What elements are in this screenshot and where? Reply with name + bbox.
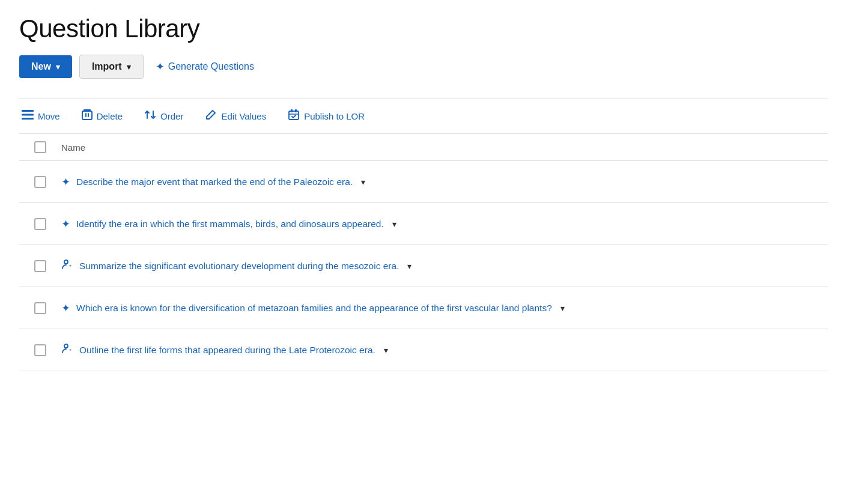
svg-point-12 — [64, 344, 68, 348]
action-toolbar: Move Delete Order — [19, 99, 828, 134]
question-text-label: Outline the first life forms that appear… — [79, 345, 375, 356]
sparkle-icon: ✦ — [61, 302, 70, 315]
svg-rect-0 — [22, 110, 34, 112]
row-checkbox[interactable] — [34, 260, 46, 272]
svg-rect-3 — [82, 111, 92, 120]
page-title: Question Library — [19, 14, 828, 43]
generate-button-label: Generate Questions — [168, 61, 254, 72]
table-row: Summarize the significant evolutionary d… — [19, 245, 828, 287]
order-button[interactable]: Order — [142, 108, 186, 125]
move-icon — [22, 109, 34, 123]
table-row: ✦ Which era is known for the diversifica… — [19, 287, 828, 329]
row-checkbox-col — [19, 218, 61, 230]
row-checkbox-col — [19, 344, 61, 356]
generate-questions-button[interactable]: ✦ Generate Questions — [151, 54, 259, 79]
question-item[interactable]: ✦ Which era is known for the diversifica… — [61, 302, 828, 315]
row-checkbox-col — [19, 302, 61, 314]
svg-rect-5 — [88, 113, 89, 117]
move-button[interactable]: Move — [19, 108, 62, 124]
svg-rect-7 — [289, 111, 299, 120]
svg-rect-4 — [85, 113, 87, 117]
edit-values-button[interactable]: Edit Values — [202, 108, 269, 125]
svg-rect-6 — [83, 109, 91, 111]
svg-rect-8 — [291, 109, 293, 112]
question-chevron-icon: ▾ — [392, 219, 396, 229]
publish-lor-button[interactable]: Publish to LOR — [285, 108, 367, 125]
import-button-label: Import — [92, 61, 122, 72]
edit-values-label: Edit Values — [221, 111, 266, 121]
table-row: ✦ Identify the era in which the first ma… — [19, 203, 828, 245]
person-sparkle-icon — [61, 258, 73, 273]
question-chevron-icon: ▾ — [560, 303, 565, 313]
table-header: Name — [19, 134, 828, 161]
table-row: ✦ Describe the major event that marked t… — [19, 161, 828, 203]
name-column-header: Name — [61, 142, 828, 153]
svg-rect-2 — [22, 118, 34, 120]
new-button[interactable]: New ▾ — [19, 55, 72, 78]
row-checkbox[interactable] — [34, 344, 46, 356]
svg-point-11 — [64, 260, 68, 264]
questions-table: Name ✦ Describe the major event that mar… — [19, 134, 828, 371]
question-item[interactable]: Outline the first life forms that appear… — [61, 342, 828, 357]
generate-sparkle-icon: ✦ — [156, 60, 165, 73]
question-item[interactable]: ✦ Describe the major event that marked t… — [61, 175, 828, 189]
question-item[interactable]: ✦ Identify the era in which the first ma… — [61, 217, 828, 231]
import-button[interactable]: Import ▾ — [79, 55, 144, 79]
question-text-label: Summarize the significant evolutionary d… — [79, 261, 399, 272]
row-checkbox-col — [19, 176, 61, 188]
publish-lor-label: Publish to LOR — [304, 111, 365, 121]
question-text-label: Describe the major event that marked the… — [76, 177, 353, 187]
question-text-label: Identify the era in which the first mamm… — [76, 219, 384, 229]
svg-rect-9 — [295, 109, 297, 112]
edit-values-icon — [205, 109, 217, 124]
new-chevron-icon: ▾ — [56, 62, 60, 71]
person-sparkle-icon — [61, 342, 73, 357]
select-all-checkbox[interactable] — [34, 141, 46, 153]
table-row: Outline the first life forms that appear… — [19, 329, 828, 371]
row-checkbox[interactable] — [34, 176, 46, 188]
move-label: Move — [38, 111, 60, 121]
publish-lor-icon — [288, 109, 300, 124]
sparkle-icon: ✦ — [61, 175, 70, 189]
sparkle-icon: ✦ — [61, 217, 70, 231]
row-checkbox-col — [19, 260, 61, 272]
header-checkbox-col — [19, 141, 61, 153]
top-toolbar: New ▾ Import ▾ ✦ Generate Questions — [19, 54, 828, 79]
order-label: Order — [160, 111, 183, 121]
question-chevron-icon: ▾ — [361, 177, 365, 187]
delete-icon — [82, 109, 93, 124]
row-checkbox[interactable] — [34, 218, 46, 230]
question-chevron-icon: ▾ — [407, 261, 411, 271]
delete-button[interactable]: Delete — [79, 108, 125, 125]
question-item[interactable]: Summarize the significant evolutionary d… — [61, 258, 828, 273]
order-icon — [144, 109, 156, 124]
question-chevron-icon: ▾ — [384, 345, 388, 355]
question-text-label: Which era is known for the diversificati… — [76, 303, 552, 314]
delete-label: Delete — [97, 111, 123, 121]
import-chevron-icon: ▾ — [127, 62, 131, 71]
svg-rect-1 — [22, 114, 34, 116]
new-button-label: New — [31, 61, 51, 72]
row-checkbox[interactable] — [34, 302, 46, 314]
